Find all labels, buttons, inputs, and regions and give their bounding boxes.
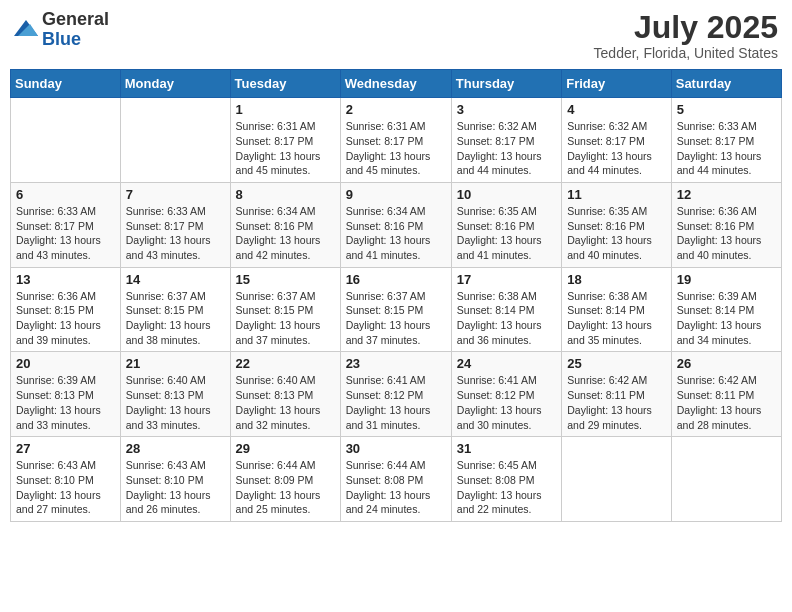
day-info: Sunrise: 6:41 AM Sunset: 8:12 PM Dayligh… bbox=[346, 373, 446, 432]
calendar-cell: 8Sunrise: 6:34 AM Sunset: 8:16 PM Daylig… bbox=[230, 182, 340, 267]
calendar-title: July 2025 bbox=[594, 10, 778, 45]
day-info: Sunrise: 6:43 AM Sunset: 8:10 PM Dayligh… bbox=[16, 458, 115, 517]
day-info: Sunrise: 6:42 AM Sunset: 8:11 PM Dayligh… bbox=[567, 373, 666, 432]
calendar-cell bbox=[120, 98, 230, 183]
calendar-week-row: 6Sunrise: 6:33 AM Sunset: 8:17 PM Daylig… bbox=[11, 182, 782, 267]
day-info: Sunrise: 6:36 AM Sunset: 8:15 PM Dayligh… bbox=[16, 289, 115, 348]
calendar-cell: 29Sunrise: 6:44 AM Sunset: 8:09 PM Dayli… bbox=[230, 437, 340, 522]
day-info: Sunrise: 6:31 AM Sunset: 8:17 PM Dayligh… bbox=[236, 119, 335, 178]
day-number: 13 bbox=[16, 272, 115, 287]
day-number: 17 bbox=[457, 272, 556, 287]
day-info: Sunrise: 6:33 AM Sunset: 8:17 PM Dayligh… bbox=[16, 204, 115, 263]
calendar-week-row: 27Sunrise: 6:43 AM Sunset: 8:10 PM Dayli… bbox=[11, 437, 782, 522]
calendar-cell: 23Sunrise: 6:41 AM Sunset: 8:12 PM Dayli… bbox=[340, 352, 451, 437]
day-number: 4 bbox=[567, 102, 666, 117]
day-info: Sunrise: 6:33 AM Sunset: 8:17 PM Dayligh… bbox=[126, 204, 225, 263]
day-number: 30 bbox=[346, 441, 446, 456]
day-info: Sunrise: 6:33 AM Sunset: 8:17 PM Dayligh… bbox=[677, 119, 776, 178]
day-of-week-header: Monday bbox=[120, 70, 230, 98]
day-of-week-header: Thursday bbox=[451, 70, 561, 98]
calendar-cell: 24Sunrise: 6:41 AM Sunset: 8:12 PM Dayli… bbox=[451, 352, 561, 437]
day-number: 12 bbox=[677, 187, 776, 202]
day-of-week-header: Sunday bbox=[11, 70, 121, 98]
calendar-cell: 17Sunrise: 6:38 AM Sunset: 8:14 PM Dayli… bbox=[451, 267, 561, 352]
day-info: Sunrise: 6:34 AM Sunset: 8:16 PM Dayligh… bbox=[346, 204, 446, 263]
calendar-cell bbox=[562, 437, 672, 522]
calendar-cell: 9Sunrise: 6:34 AM Sunset: 8:16 PM Daylig… bbox=[340, 182, 451, 267]
calendar-cell: 10Sunrise: 6:35 AM Sunset: 8:16 PM Dayli… bbox=[451, 182, 561, 267]
day-info: Sunrise: 6:37 AM Sunset: 8:15 PM Dayligh… bbox=[236, 289, 335, 348]
calendar-subtitle: Tedder, Florida, United States bbox=[594, 45, 778, 61]
calendar-week-row: 1Sunrise: 6:31 AM Sunset: 8:17 PM Daylig… bbox=[11, 98, 782, 183]
logo-blue-text: Blue bbox=[42, 30, 109, 50]
day-info: Sunrise: 6:34 AM Sunset: 8:16 PM Dayligh… bbox=[236, 204, 335, 263]
day-info: Sunrise: 6:39 AM Sunset: 8:13 PM Dayligh… bbox=[16, 373, 115, 432]
day-number: 23 bbox=[346, 356, 446, 371]
calendar-cell: 13Sunrise: 6:36 AM Sunset: 8:15 PM Dayli… bbox=[11, 267, 121, 352]
day-number: 10 bbox=[457, 187, 556, 202]
day-info: Sunrise: 6:44 AM Sunset: 8:08 PM Dayligh… bbox=[346, 458, 446, 517]
calendar-cell: 26Sunrise: 6:42 AM Sunset: 8:11 PM Dayli… bbox=[671, 352, 781, 437]
day-info: Sunrise: 6:43 AM Sunset: 8:10 PM Dayligh… bbox=[126, 458, 225, 517]
day-of-week-header: Friday bbox=[562, 70, 672, 98]
day-number: 8 bbox=[236, 187, 335, 202]
calendar-cell: 27Sunrise: 6:43 AM Sunset: 8:10 PM Dayli… bbox=[11, 437, 121, 522]
calendar-cell: 30Sunrise: 6:44 AM Sunset: 8:08 PM Dayli… bbox=[340, 437, 451, 522]
day-info: Sunrise: 6:37 AM Sunset: 8:15 PM Dayligh… bbox=[126, 289, 225, 348]
day-number: 6 bbox=[16, 187, 115, 202]
calendar-cell: 19Sunrise: 6:39 AM Sunset: 8:14 PM Dayli… bbox=[671, 267, 781, 352]
day-number: 21 bbox=[126, 356, 225, 371]
calendar-cell: 20Sunrise: 6:39 AM Sunset: 8:13 PM Dayli… bbox=[11, 352, 121, 437]
day-number: 11 bbox=[567, 187, 666, 202]
day-info: Sunrise: 6:40 AM Sunset: 8:13 PM Dayligh… bbox=[126, 373, 225, 432]
calendar-cell: 1Sunrise: 6:31 AM Sunset: 8:17 PM Daylig… bbox=[230, 98, 340, 183]
day-info: Sunrise: 6:39 AM Sunset: 8:14 PM Dayligh… bbox=[677, 289, 776, 348]
calendar-cell: 6Sunrise: 6:33 AM Sunset: 8:17 PM Daylig… bbox=[11, 182, 121, 267]
day-number: 19 bbox=[677, 272, 776, 287]
day-number: 24 bbox=[457, 356, 556, 371]
calendar-cell: 28Sunrise: 6:43 AM Sunset: 8:10 PM Dayli… bbox=[120, 437, 230, 522]
calendar-cell: 15Sunrise: 6:37 AM Sunset: 8:15 PM Dayli… bbox=[230, 267, 340, 352]
calendar-table: SundayMondayTuesdayWednesdayThursdayFrid… bbox=[10, 69, 782, 522]
calendar-header-row: SundayMondayTuesdayWednesdayThursdayFrid… bbox=[11, 70, 782, 98]
day-info: Sunrise: 6:32 AM Sunset: 8:17 PM Dayligh… bbox=[457, 119, 556, 178]
calendar-cell: 22Sunrise: 6:40 AM Sunset: 8:13 PM Dayli… bbox=[230, 352, 340, 437]
day-number: 29 bbox=[236, 441, 335, 456]
calendar-cell: 25Sunrise: 6:42 AM Sunset: 8:11 PM Dayli… bbox=[562, 352, 672, 437]
day-info: Sunrise: 6:44 AM Sunset: 8:09 PM Dayligh… bbox=[236, 458, 335, 517]
calendar-cell: 11Sunrise: 6:35 AM Sunset: 8:16 PM Dayli… bbox=[562, 182, 672, 267]
calendar-week-row: 13Sunrise: 6:36 AM Sunset: 8:15 PM Dayli… bbox=[11, 267, 782, 352]
day-info: Sunrise: 6:31 AM Sunset: 8:17 PM Dayligh… bbox=[346, 119, 446, 178]
day-info: Sunrise: 6:37 AM Sunset: 8:15 PM Dayligh… bbox=[346, 289, 446, 348]
day-number: 28 bbox=[126, 441, 225, 456]
logo-general-text: General bbox=[42, 10, 109, 30]
calendar-cell: 18Sunrise: 6:38 AM Sunset: 8:14 PM Dayli… bbox=[562, 267, 672, 352]
logo: General Blue bbox=[14, 10, 109, 50]
day-info: Sunrise: 6:42 AM Sunset: 8:11 PM Dayligh… bbox=[677, 373, 776, 432]
calendar-cell: 4Sunrise: 6:32 AM Sunset: 8:17 PM Daylig… bbox=[562, 98, 672, 183]
day-info: Sunrise: 6:40 AM Sunset: 8:13 PM Dayligh… bbox=[236, 373, 335, 432]
calendar-cell: 5Sunrise: 6:33 AM Sunset: 8:17 PM Daylig… bbox=[671, 98, 781, 183]
day-number: 7 bbox=[126, 187, 225, 202]
day-number: 22 bbox=[236, 356, 335, 371]
calendar-cell: 12Sunrise: 6:36 AM Sunset: 8:16 PM Dayli… bbox=[671, 182, 781, 267]
day-number: 26 bbox=[677, 356, 776, 371]
calendar-cell: 7Sunrise: 6:33 AM Sunset: 8:17 PM Daylig… bbox=[120, 182, 230, 267]
day-info: Sunrise: 6:41 AM Sunset: 8:12 PM Dayligh… bbox=[457, 373, 556, 432]
day-number: 20 bbox=[16, 356, 115, 371]
day-number: 27 bbox=[16, 441, 115, 456]
title-block: July 2025 Tedder, Florida, United States bbox=[594, 10, 778, 61]
day-number: 1 bbox=[236, 102, 335, 117]
day-number: 9 bbox=[346, 187, 446, 202]
day-of-week-header: Saturday bbox=[671, 70, 781, 98]
page-header: General Blue July 2025 Tedder, Florida, … bbox=[10, 10, 782, 61]
day-number: 14 bbox=[126, 272, 225, 287]
day-of-week-header: Wednesday bbox=[340, 70, 451, 98]
day-number: 31 bbox=[457, 441, 556, 456]
calendar-cell bbox=[671, 437, 781, 522]
day-number: 5 bbox=[677, 102, 776, 117]
day-number: 16 bbox=[346, 272, 446, 287]
calendar-cell bbox=[11, 98, 121, 183]
day-number: 15 bbox=[236, 272, 335, 287]
calendar-cell: 16Sunrise: 6:37 AM Sunset: 8:15 PM Dayli… bbox=[340, 267, 451, 352]
